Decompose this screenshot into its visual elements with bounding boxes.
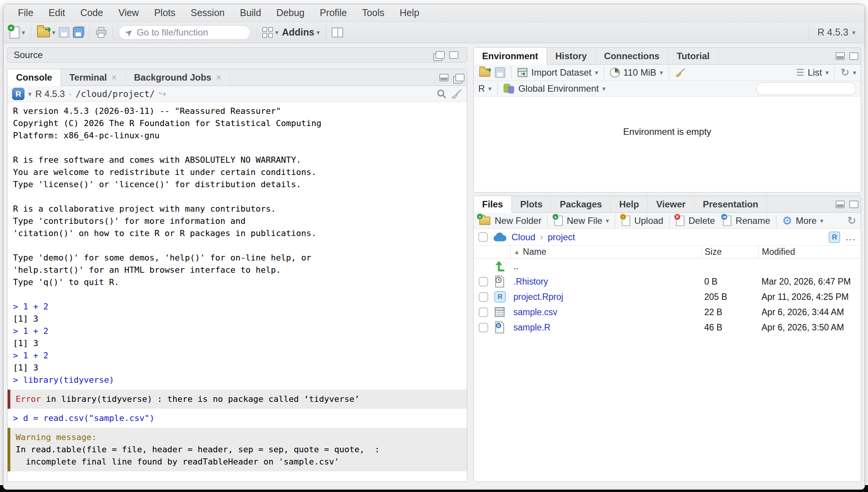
tab-packages[interactable]: Packages	[551, 196, 611, 212]
chevron-down-icon[interactable]: ▾	[853, 69, 856, 76]
list-view-button[interactable]: List	[808, 67, 822, 78]
tab-background-jobs[interactable]: Background Jobs×	[126, 69, 230, 86]
chevron-down-icon[interactable]: ▾	[275, 29, 279, 36]
chevron-down-icon[interactable]: ▾	[595, 69, 598, 76]
file-name-link[interactable]: sample.csv	[510, 307, 701, 317]
menu-debug[interactable]: Debug	[269, 7, 312, 18]
tab-tutorial[interactable]: Tutorial	[668, 48, 718, 64]
maximize-pane-icon[interactable]	[849, 201, 858, 208]
file-checkbox[interactable]	[479, 292, 488, 302]
memory-usage-icon[interactable]	[610, 68, 620, 78]
minimize-pane-icon[interactable]	[836, 52, 845, 60]
menu-plots[interactable]: Plots	[147, 7, 183, 18]
tab-help[interactable]: Help	[611, 196, 648, 212]
clear-console-broom-icon[interactable]	[451, 89, 462, 99]
tab-history[interactable]: History	[547, 48, 596, 64]
new-folder-button[interactable]: New Folder	[495, 215, 542, 226]
load-workspace-icon[interactable]: ➜	[479, 68, 490, 76]
minimize-pane-icon[interactable]	[439, 74, 449, 81]
more-button[interactable]: More	[796, 215, 817, 226]
breadcrumb-ellipsis-button[interactable]: ...	[845, 231, 856, 243]
minimize-pane-icon[interactable]	[836, 201, 845, 208]
select-all-checkbox[interactable]	[478, 232, 488, 242]
menu-code[interactable]: Code	[73, 7, 111, 18]
file-checkbox[interactable]	[479, 308, 488, 317]
chevron-down-icon[interactable]: ▾	[52, 29, 56, 36]
delete-button[interactable]: Delete	[689, 215, 715, 226]
r-project-badge-icon[interactable]: R	[829, 231, 840, 243]
workspace-panes-button[interactable]: ▾	[262, 27, 279, 38]
column-header-modified[interactable]: Modified	[758, 246, 861, 258]
breadcrumb-project-link[interactable]: project	[548, 232, 575, 243]
column-header-size[interactable]: Size	[701, 246, 758, 258]
upload-button[interactable]: Upload	[634, 215, 663, 226]
memory-usage-label[interactable]: 110 MiB	[623, 67, 656, 78]
refresh-icon[interactable]: ↻	[847, 215, 856, 226]
goto-file-function-input[interactable]	[137, 27, 255, 38]
open-file-button[interactable]: ➜ ▾	[37, 28, 56, 37]
file-checkbox[interactable]	[479, 277, 488, 286]
restore-pane-icon[interactable]	[455, 74, 465, 81]
panes-layout-icon[interactable]	[332, 28, 343, 37]
clear-environment-broom-icon[interactable]	[675, 68, 686, 78]
file-name-link[interactable]: .Rhistory	[510, 277, 701, 287]
chevron-down-icon[interactable]: ▾	[488, 85, 492, 92]
goto-file-function-box[interactable]: ➤	[119, 25, 250, 40]
environment-search-input[interactable]	[763, 84, 861, 94]
menu-view[interactable]: View	[111, 7, 147, 18]
chevron-down-icon[interactable]: ▾	[316, 29, 320, 36]
chevron-down-icon[interactable]: ▾	[28, 90, 32, 98]
file-name-link[interactable]: ..	[510, 261, 701, 272]
print-button[interactable]	[95, 27, 107, 38]
menu-profile[interactable]: Profile	[312, 7, 355, 18]
save-all-button[interactable]	[73, 27, 84, 38]
chevron-down-icon[interactable]: ▾	[820, 217, 823, 225]
file-name-link[interactable]: sample.R	[510, 322, 701, 333]
file-name-link[interactable]: project.Rproj	[510, 292, 701, 302]
tab-environment[interactable]: Environment	[474, 48, 547, 65]
source-pane-header[interactable]: Source	[7, 47, 467, 63]
menu-edit[interactable]: Edit	[41, 7, 73, 18]
menu-build[interactable]: Build	[232, 7, 269, 18]
close-tab-icon[interactable]: ×	[216, 72, 221, 83]
tab-presentation[interactable]: Presentation	[694, 196, 767, 212]
restore-pane-icon[interactable]	[436, 51, 445, 59]
environment-search-box[interactable]	[756, 82, 856, 95]
menu-help[interactable]: Help	[392, 7, 427, 18]
environment-scope-selector[interactable]: Global Environment	[518, 83, 599, 94]
close-tab-icon[interactable]: ×	[111, 72, 117, 83]
import-dataset-icon[interactable]	[517, 67, 528, 78]
tab-terminal[interactable]: Terminal×	[61, 69, 126, 86]
rename-button[interactable]: Rename	[736, 215, 770, 226]
import-dataset-button[interactable]: Import Dataset	[531, 67, 591, 78]
tab-plots[interactable]: Plots	[512, 196, 552, 212]
tab-connections[interactable]: Connections	[595, 48, 668, 64]
chevron-down-icon[interactable]: ▾	[825, 69, 829, 76]
menu-tools[interactable]: Tools	[355, 7, 392, 18]
engine-selector[interactable]: R	[478, 83, 485, 94]
file-checkbox[interactable]	[479, 323, 488, 332]
new-file-button[interactable]: + ▾	[10, 26, 25, 39]
r-version-selector[interactable]: R 4.5.3 ▾	[815, 27, 858, 38]
breadcrumb-cloud-link[interactable]: Cloud	[511, 232, 536, 243]
menu-session[interactable]: Session	[183, 7, 232, 18]
refresh-icon[interactable]: ↻	[841, 67, 849, 78]
maximize-pane-icon[interactable]	[449, 51, 458, 59]
tab-viewer[interactable]: Viewer	[648, 196, 694, 212]
maximize-pane-icon[interactable]	[849, 52, 858, 60]
save-button[interactable]	[59, 27, 69, 38]
chevron-down-icon[interactable]: ▾	[22, 29, 25, 36]
chevron-down-icon[interactable]: ▾	[660, 69, 663, 76]
new-file-button[interactable]: New File	[567, 215, 602, 226]
tab-files[interactable]: Files	[474, 196, 512, 213]
tab-console[interactable]: Console	[8, 69, 61, 86]
addins-button[interactable]: Addins ▾	[282, 27, 320, 38]
menu-file[interactable]: File	[10, 7, 41, 18]
chevron-down-icon[interactable]: ▾	[602, 85, 606, 92]
goto-directory-icon[interactable]: ↪	[159, 89, 166, 99]
console-output[interactable]: R version 4.5.3 (2026-03-11) -- "Reassur…	[8, 102, 467, 481]
save-workspace-icon[interactable]	[495, 67, 505, 78]
column-header-name[interactable]: ▲ Name	[510, 246, 701, 258]
chevron-down-icon[interactable]: ▾	[606, 217, 609, 225]
search-console-icon[interactable]	[436, 89, 447, 99]
